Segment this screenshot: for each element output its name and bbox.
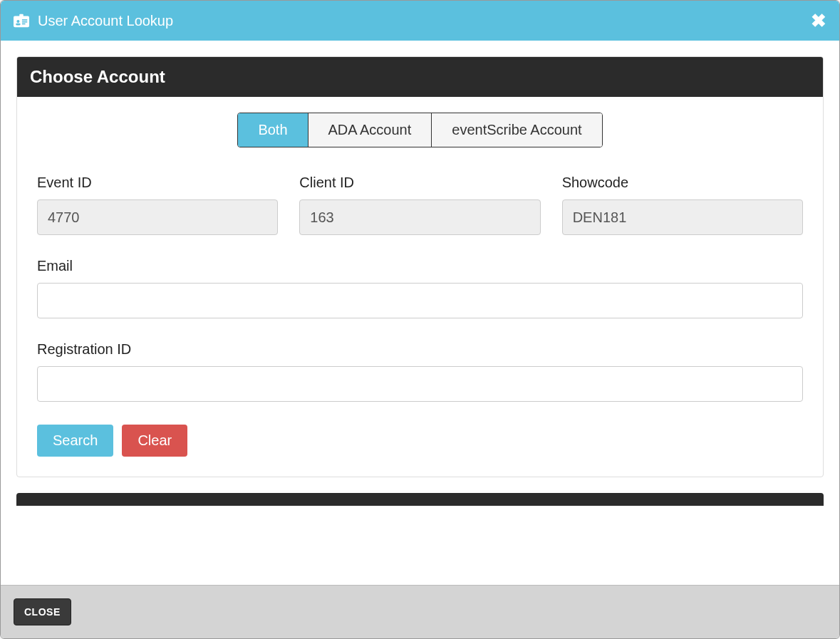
search-button[interactable]: Search [37,425,113,457]
form-group-showcode: Showcode [562,175,803,235]
email-label: Email [37,258,803,274]
action-buttons: Search Clear [37,425,803,457]
showcode-input [562,199,803,235]
svg-rect-4 [22,19,27,21]
showcode-label: Showcode [562,175,803,191]
close-button[interactable]: CLOSE [14,598,71,625]
registration-id-label: Registration ID [37,341,803,358]
form-row-registration-id: Registration ID [37,341,803,402]
modal-body: Choose Account Both ADA Account eventScr… [1,41,839,585]
tab-button-group: Both ADA Account eventScribe Account [237,113,602,147]
modal-header: User Account Lookup ✖ [1,1,839,41]
choose-account-panel: Choose Account Both ADA Account eventScr… [16,56,824,477]
tab-both[interactable]: Both [238,113,308,147]
tab-ada-account[interactable]: ADA Account [308,113,432,147]
svg-rect-1 [19,14,24,18]
client-id-label: Client ID [299,175,540,191]
modal-header-left: User Account Lookup [14,13,173,29]
svg-rect-5 [22,21,27,23]
results-panel-header-peek [16,493,824,506]
form-group-registration-id: Registration ID [37,341,803,402]
modal-title: User Account Lookup [38,13,173,29]
svg-rect-6 [22,24,26,25]
svg-point-2 [16,20,19,23]
form-group-email: Email [37,258,803,318]
form-group-client-id: Client ID [299,175,540,235]
modal-dialog: User Account Lookup ✖ Choose Account Bot… [0,0,840,639]
panel-body: Both ADA Account eventScribe Account Eve… [17,97,823,477]
id-card-icon [14,14,29,28]
account-type-tabs: Both ADA Account eventScribe Account [37,113,803,147]
form-group-event-id: Event ID [37,175,278,235]
client-id-input [299,199,540,235]
clear-button[interactable]: Clear [122,425,187,457]
email-input[interactable] [37,283,803,318]
close-icon[interactable]: ✖ [811,11,826,30]
form-row-ids: Event ID Client ID Showcode [37,175,803,235]
registration-id-input[interactable] [37,366,803,402]
modal-footer: CLOSE [1,585,839,638]
event-id-label: Event ID [37,175,278,191]
form-row-email: Email [37,258,803,318]
event-id-input [37,199,278,235]
svg-rect-3 [16,24,20,26]
tab-eventscribe-account[interactable]: eventScribe Account [432,113,601,147]
panel-title: Choose Account [17,57,823,97]
